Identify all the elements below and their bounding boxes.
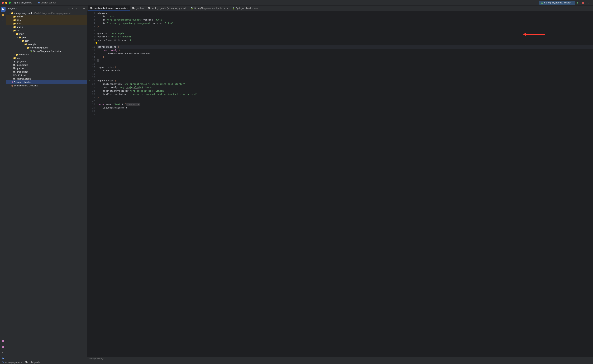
code-line[interactable]: compileOnly { bbox=[97, 49, 593, 52]
line-number[interactable]: 2 bbox=[87, 15, 95, 18]
close-window-icon[interactable] bbox=[2, 2, 4, 4]
line-number[interactable]: 29 bbox=[87, 106, 95, 110]
code-line[interactable]: } bbox=[97, 59, 593, 62]
line-number[interactable]: 17 bbox=[87, 65, 95, 69]
line-number[interactable]: 18 bbox=[87, 69, 95, 72]
line-number[interactable]: 5 bbox=[87, 25, 95, 28]
tree-root[interactable]: ⌄ 📁 spring-playground ~/Code/playground/… bbox=[6, 11, 87, 15]
code-line[interactable]: mavenCentral() bbox=[97, 69, 593, 72]
line-number[interactable]: 11 bbox=[87, 45, 95, 49]
code-line[interactable] bbox=[97, 28, 593, 32]
external-libraries[interactable]: › ❏ External Libraries bbox=[6, 80, 87, 84]
project-tool-button[interactable] bbox=[1, 7, 6, 12]
code-line[interactable]: sourceCompatibility = '17' bbox=[97, 39, 593, 42]
code-editor[interactable]: 1234567891011121314151617181920▶21222324… bbox=[87, 11, 593, 356]
line-number[interactable]: 6 bbox=[87, 28, 95, 32]
more-actions-button[interactable]: ⋮ bbox=[586, 1, 591, 5]
line-number[interactable]: 12 bbox=[87, 49, 95, 52]
tree-item[interactable]: ·◆.gitignore bbox=[6, 60, 87, 63]
line-number[interactable]: 24 bbox=[87, 89, 95, 93]
scratches-consoles[interactable]: › ▤ Scratches and Consoles bbox=[6, 84, 87, 87]
debug-button[interactable]: ⬤ bbox=[580, 1, 586, 5]
gutter[interactable]: 1234567891011121314151617181920▶21222324… bbox=[87, 11, 97, 356]
tree-item[interactable]: ·🐘settings.gradle bbox=[6, 77, 87, 80]
maximize-window-icon[interactable] bbox=[9, 2, 11, 4]
line-number[interactable]: 31 bbox=[87, 113, 95, 116]
expand-all-icon[interactable]: ⤢ bbox=[71, 7, 74, 10]
vcs-menu[interactable]: Version control ⌄ bbox=[38, 1, 58, 4]
project-tree[interactable]: ⌄ 📁 spring-playground ~/Code/playground/… bbox=[6, 11, 87, 360]
code-line[interactable]: } bbox=[97, 109, 593, 113]
tree-item[interactable]: ·🐘gradlew.bat bbox=[6, 70, 87, 73]
bookmarks-tool-button[interactable] bbox=[1, 13, 6, 17]
code-line[interactable]: } bbox=[97, 72, 593, 76]
hide-panel-icon[interactable]: — bbox=[83, 7, 86, 10]
breadcrumb-project[interactable]: ▢ spring-playground bbox=[2, 361, 22, 364]
code-line[interactable]: extendsFrom annotationProcessor bbox=[97, 52, 593, 55]
tree-item[interactable]: ⌄📁src bbox=[6, 29, 87, 32]
intention-bulb-icon[interactable]: 💡 bbox=[95, 42, 98, 45]
code-line[interactable]: implementation 'org.springframework.boot… bbox=[97, 82, 593, 86]
line-number[interactable]: 1 bbox=[87, 11, 95, 15]
line-number[interactable]: 22 bbox=[87, 82, 95, 86]
database-tool-button[interactable] bbox=[1, 339, 6, 344]
code-line[interactable]: version = '0.0.1-SNAPSHOT' bbox=[97, 35, 593, 39]
code-line[interactable]: testImplementation 'org.springframework.… bbox=[97, 92, 593, 96]
code-line[interactable] bbox=[97, 113, 593, 116]
code-line[interactable]: } bbox=[97, 25, 593, 28]
editor-tab[interactable]: 🍃SpringPlaygroundApplication.java bbox=[188, 6, 230, 11]
line-number[interactable]: 10 bbox=[87, 42, 95, 45]
settings-icon[interactable]: ⋮ bbox=[79, 7, 81, 10]
code-line[interactable]: id 'org.springframework.boot' version '3… bbox=[97, 18, 593, 22]
line-number[interactable]: 25 bbox=[87, 92, 95, 96]
code-line[interactable]: } bbox=[97, 55, 593, 59]
code-line[interactable]: } bbox=[97, 96, 593, 99]
line-number[interactable]: 13 bbox=[87, 52, 95, 55]
line-number[interactable]: 16 bbox=[87, 62, 95, 65]
editor-breadcrumbs[interactable]: configurations{} bbox=[87, 356, 593, 360]
editor-tab[interactable]: 🐘build.gradle (spring-playground)× bbox=[88, 6, 130, 11]
line-number[interactable]: 19 bbox=[87, 72, 95, 76]
run-config-selector[interactable]: ⏻ SpringPlayground…lication ⌄ bbox=[539, 1, 575, 5]
line-number[interactable]: 28 bbox=[87, 103, 95, 106]
code-line[interactable]: group = 'com.example' bbox=[97, 32, 593, 35]
target-icon[interactable]: ◎ bbox=[68, 7, 70, 10]
code-line[interactable]: 💡 bbox=[97, 42, 593, 45]
line-number[interactable]: 27 bbox=[87, 99, 95, 103]
code-line[interactable] bbox=[97, 62, 593, 65]
tree-item[interactable]: ⌄📁springplayground bbox=[6, 46, 87, 49]
line-number[interactable]: 4 bbox=[87, 22, 95, 25]
tree-item[interactable]: ⌄📁java bbox=[6, 36, 87, 39]
terminal-tool-button[interactable] bbox=[1, 344, 6, 349]
code-line[interactable]: plugins { bbox=[97, 11, 593, 15]
line-number[interactable]: 14 bbox=[87, 55, 95, 59]
editor-tab[interactable]: 🍃SpringApplication.java bbox=[230, 6, 260, 11]
tree-item[interactable]: ·🍃SpringPlaygroundApplication bbox=[6, 49, 87, 53]
tree-item[interactable]: ·🐘build.gradle bbox=[6, 63, 87, 67]
tree-item[interactable]: ›📁test bbox=[6, 56, 87, 60]
tree-item[interactable]: ⌄📁com bbox=[6, 39, 87, 42]
code-line[interactable]: configurations { bbox=[97, 45, 593, 49]
tree-item[interactable]: ⌄📁main bbox=[6, 32, 87, 36]
code-body[interactable]: plugins { id 'java' id 'org.springframew… bbox=[97, 11, 593, 356]
code-line[interactable]: id 'io.spring.dependency-management' ver… bbox=[97, 22, 593, 25]
chevron-down-icon[interactable]: ⌄ bbox=[16, 7, 17, 9]
code-line[interactable]: tasks.named('test') {Task it -> bbox=[97, 103, 593, 106]
more-tool-button[interactable]: ⋯ bbox=[1, 18, 6, 23]
tree-item[interactable]: ·MDHELP.md bbox=[6, 73, 87, 77]
code-line[interactable]: repositories { bbox=[97, 65, 593, 69]
debug-tool-button[interactable] bbox=[1, 350, 6, 355]
line-number[interactable]: 30 bbox=[87, 109, 95, 113]
line-number[interactable]: 8 bbox=[87, 35, 95, 39]
code-line[interactable]: useJUnitPlatform() bbox=[97, 106, 593, 110]
tree-item[interactable]: ›📁.gradle bbox=[6, 15, 87, 18]
tree-item[interactable]: ⌄📁example bbox=[6, 42, 87, 46]
line-number[interactable]: 9 bbox=[87, 39, 95, 42]
line-number[interactable]: 20 bbox=[87, 76, 95, 79]
code-line[interactable] bbox=[97, 76, 593, 79]
breadcrumb-file[interactable]: 🐘 build.gradle bbox=[25, 361, 40, 364]
line-number[interactable]: 23 bbox=[87, 86, 95, 89]
code-line[interactable]: dependencies { bbox=[97, 79, 593, 83]
code-line[interactable]: annotationProcessor 'org.projectlombok:l… bbox=[97, 89, 593, 93]
minimize-window-icon[interactable] bbox=[5, 2, 7, 4]
